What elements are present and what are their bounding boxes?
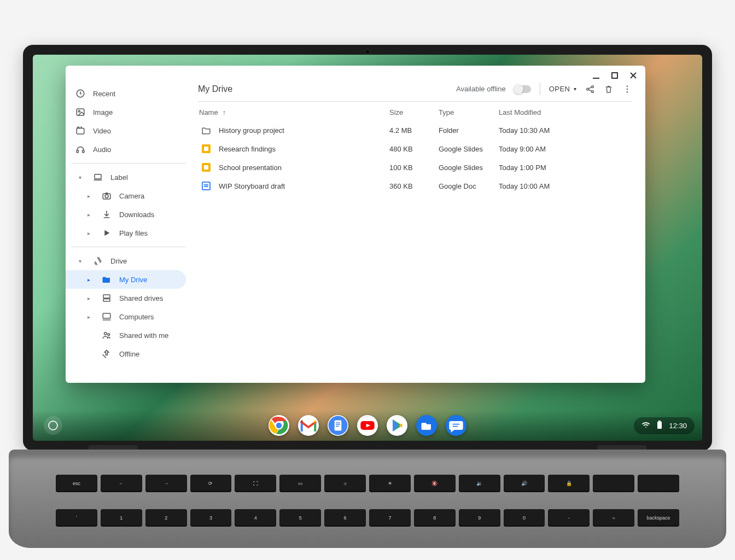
svg-rect-39 [658, 421, 661, 422]
file-modified: Today 10:00 AM [499, 182, 581, 190]
more-button[interactable] [622, 84, 632, 94]
laptop-icon [93, 172, 103, 182]
sidebar-section-label[interactable]: ▾ Label [66, 168, 191, 186]
shelf-apps [269, 415, 466, 436]
svg-point-22 [627, 88, 628, 90]
laptop-bezel: Recent Image Video Audio [23, 45, 712, 451]
share-button[interactable] [585, 84, 595, 94]
svg-rect-15 [103, 313, 110, 318]
sidebar-item-computers[interactable]: ▸ Computers [66, 307, 191, 326]
play-store-icon [387, 415, 407, 436]
svg-point-23 [627, 91, 628, 92]
column-size[interactable]: Size [389, 108, 439, 116]
main-panel: My Drive Available offline OPEN ▾ [191, 66, 645, 383]
file-type: Google Slides [439, 145, 499, 153]
sidebar-label: Shared with me [119, 331, 168, 340]
sidebar-item-downloads[interactable]: ▸ Downloads [66, 205, 191, 224]
sidebar-item-camera[interactable]: ▸ Camera [66, 186, 191, 205]
battery-icon [657, 421, 662, 431]
svg-point-12 [105, 195, 108, 198]
svg-rect-5 [77, 109, 84, 115]
window-minimize-button[interactable] [592, 71, 600, 80]
svg-rect-31 [336, 422, 340, 423]
sidebar-label: Shared drives [119, 294, 163, 302]
file-size: 100 KB [389, 164, 439, 172]
file-row[interactable]: Research findings 480 KB Google Slides T… [198, 139, 632, 158]
sidebar-label: Recent [93, 90, 115, 98]
docs-icon [328, 415, 348, 436]
file-size: 4.2 MB [389, 126, 439, 135]
divider [540, 83, 540, 95]
sidebar-item-playfiles[interactable]: ▸ Play files [66, 224, 191, 242]
column-modified-label: Last Modified [499, 108, 541, 116]
column-modified[interactable]: Last Modified [499, 108, 581, 116]
column-name[interactable]: Name ↑ [198, 108, 389, 116]
window-close-button[interactable] [629, 71, 638, 80]
shelf-app-files[interactable] [416, 415, 437, 436]
file-size: 360 KB [389, 182, 439, 190]
chevron-right-icon: ▸ [88, 230, 94, 236]
drive-icon [93, 256, 103, 266]
file-type: Folder [439, 126, 499, 135]
shared-with-me-icon [102, 330, 112, 340]
sidebar-label: Offline [119, 350, 139, 358]
sidebar-item-image[interactable]: Image [66, 103, 191, 121]
svg-rect-33 [336, 426, 339, 427]
available-offline-label: Available offline [456, 85, 506, 93]
svg-rect-36 [453, 424, 460, 425]
file-modified: Today 10:30 AM [499, 126, 581, 135]
wifi-icon [641, 421, 650, 431]
svg-rect-32 [336, 424, 340, 425]
shelf-app-messages[interactable] [446, 415, 466, 436]
status-tray[interactable]: 12:30 [634, 417, 695, 434]
shelf-app-youtube[interactable] [357, 415, 378, 436]
svg-rect-38 [657, 422, 662, 429]
file-row[interactable]: School presentation 100 KB Google Slides… [198, 158, 632, 177]
sidebar-item-video[interactable]: Video [66, 121, 191, 140]
sidebar-label: Label [110, 173, 128, 182]
slides-icon [201, 162, 211, 172]
shelf-app-chrome[interactable] [269, 415, 289, 436]
toolbar: My Drive Available offline OPEN ▾ [198, 80, 632, 102]
file-size: 480 KB [389, 145, 439, 153]
window-maximize-button[interactable] [610, 71, 619, 80]
sidebar-divider [71, 163, 186, 164]
sidebar-section-drive[interactable]: ▾ Drive [66, 252, 191, 270]
doc-icon [201, 181, 211, 191]
launcher-button[interactable] [44, 416, 62, 435]
delete-button[interactable] [604, 84, 614, 94]
sidebar-item-recent[interactable]: Recent [66, 84, 191, 103]
sidebar-item-shared-drives[interactable]: ▸ Shared drives [66, 289, 191, 307]
svg-rect-8 [77, 150, 78, 153]
open-label: OPEN [549, 85, 570, 93]
files-icon [416, 415, 437, 436]
shelf-app-docs[interactable] [328, 415, 348, 436]
download-icon [102, 209, 112, 219]
sidebar-item-audio[interactable]: Audio [66, 140, 191, 159]
column-size-label: Size [389, 108, 403, 116]
sidebar-item-shared-with-me[interactable]: Shared with me [66, 326, 191, 345]
file-row[interactable]: History group project 4.2 MB Folder Toda… [198, 121, 632, 139]
shelf-app-play[interactable] [387, 415, 407, 436]
image-icon [75, 107, 85, 117]
files-app-window: Recent Image Video Audio [66, 66, 645, 383]
sidebar-item-offline[interactable]: Offline [66, 345, 191, 363]
clock-text: 12:30 [669, 422, 687, 430]
drive-folder-icon [102, 275, 112, 284]
open-button[interactable]: OPEN ▾ [549, 85, 576, 93]
svg-rect-13 [103, 295, 110, 298]
svg-point-16 [104, 332, 107, 335]
sidebar-label: Downloads [119, 211, 154, 219]
column-type[interactable]: Type [439, 108, 499, 116]
shelf-app-gmail[interactable] [298, 415, 319, 436]
gmail-icon [298, 415, 319, 436]
sidebar-item-mydrive[interactable]: ▸ My Drive [66, 270, 186, 289]
sidebar-label: Image [93, 108, 113, 116]
file-row[interactable]: WIP Storyboard draft 360 KB Google Doc T… [198, 177, 632, 195]
column-type-label: Type [439, 108, 454, 116]
chrome-icon [269, 415, 289, 436]
available-offline-toggle[interactable] [515, 85, 531, 93]
svg-point-17 [108, 334, 110, 336]
screen: Recent Image Video Audio [33, 55, 702, 441]
webcam [365, 49, 370, 54]
